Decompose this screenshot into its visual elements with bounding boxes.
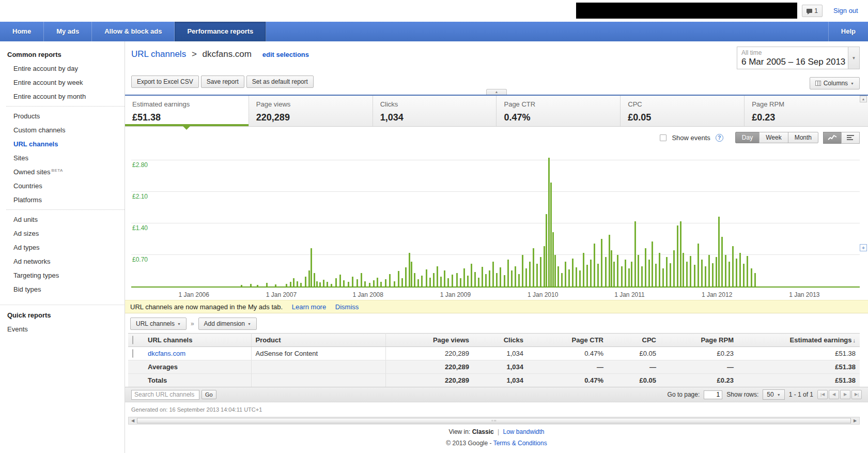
granularity-month-button[interactable]: Month [788, 132, 818, 143]
sidebar-header-quick-reports: Quick reports [0, 308, 125, 322]
low-bandwidth-link[interactable]: Low bandwidth [503, 428, 544, 435]
chart-bar [305, 277, 306, 286]
chart-bar [641, 266, 643, 286]
chart-bar [414, 273, 415, 286]
header-estimated-earnings[interactable]: Estimated earnings↓ [738, 334, 860, 347]
sidebar-item-countries[interactable]: Countries [0, 179, 125, 193]
header-page-ctr[interactable]: Page CTR [528, 334, 608, 347]
export-csv-button[interactable]: Export to Excel CSV [131, 76, 199, 88]
chart-bar [554, 255, 556, 286]
sidebar-item-ad-units[interactable]: Ad units [0, 213, 125, 226]
header-url-channels[interactable]: URL channels [144, 334, 251, 347]
primary-dimension-button[interactable]: URL channels ▼ [130, 318, 187, 330]
granularity-day-button[interactable]: Day [735, 132, 760, 143]
chart-bar [583, 253, 584, 286]
sidebar-item-events[interactable]: Events [0, 322, 125, 336]
granularity-week-button[interactable]: Week [759, 132, 788, 143]
scorecard-estimated-earnings[interactable]: Estimated earnings £51.38 [125, 96, 249, 126]
learn-more-link[interactable]: Learn more [292, 303, 326, 311]
sidebar-item-sites[interactable]: Sites [0, 151, 125, 165]
sidebar-item-platforms[interactable]: Platforms [0, 193, 125, 207]
terms-link[interactable]: Terms & Conditions [493, 440, 547, 447]
sidebar-item-owned-sites[interactable]: Owned sitesBETA [0, 165, 125, 179]
search-input[interactable] [131, 390, 199, 400]
dismiss-link[interactable]: Dismiss [335, 303, 359, 311]
sign-out-link[interactable]: Sign out [833, 7, 858, 14]
scorecards-scroll-up-button[interactable]: ▲ [860, 96, 867, 102]
sidebar-item-bid-types[interactable]: Bid types [0, 282, 125, 296]
edit-selections-link[interactable]: edit selections [262, 51, 309, 58]
y-axis-tick-label: £2.80 [132, 161, 148, 169]
scorecard-page-ctr[interactable]: Page CTR 0.47% [497, 96, 621, 126]
messages-count: 1 [814, 7, 818, 14]
show-events-checkbox[interactable] [660, 134, 667, 141]
sidebar-item-products[interactable]: Products [0, 109, 125, 123]
sidebar-item-url-channels[interactable]: URL channels [0, 137, 125, 151]
chart-bar [725, 255, 726, 286]
date-range-dropdown-button[interactable]: ▼ [848, 47, 859, 69]
search-go-button[interactable]: Go [202, 390, 216, 399]
page-number-input[interactable] [704, 390, 722, 399]
sidebar-item-ad-networks[interactable]: Ad networks [0, 254, 125, 268]
sidebar-item-targeting-types[interactable]: Targeting types [0, 268, 125, 282]
chart-bar [631, 262, 632, 286]
messages-button[interactable]: 1 [802, 5, 823, 17]
chart-bar [417, 279, 419, 286]
sidebar-item-ad-types[interactable]: Ad types [0, 240, 125, 254]
line-chart-type-button[interactable] [823, 132, 842, 144]
rows-per-page-select[interactable]: 50 ▼ [763, 389, 784, 400]
view-classic-label: Classic [472, 428, 494, 435]
columns-button[interactable]: Columns ▼ [810, 77, 860, 89]
scorecard-page-views[interactable]: Page views 220,289 [249, 96, 373, 126]
last-page-button[interactable]: ▶| [851, 390, 862, 399]
sidebar-item-entire-account-by-month[interactable]: Entire account by month [0, 89, 125, 103]
breadcrumb-url-channels-link[interactable]: URL channels [131, 49, 186, 59]
sidebar-item-ad-sizes[interactable]: Ad sizes [0, 226, 125, 240]
select-all-checkbox[interactable] [132, 336, 133, 344]
tab-allow-block-ads[interactable]: Allow & block ads [92, 22, 175, 41]
sidebar-item-entire-account-by-week[interactable]: Entire account by week [0, 76, 125, 89]
next-page-button[interactable]: ▶ [840, 390, 850, 399]
header-page-views[interactable]: Page views [385, 334, 473, 347]
scrollbar-thumb[interactable] [137, 418, 851, 424]
url-channel-link[interactable]: dkcfans.com [148, 350, 185, 357]
header-cpc[interactable]: CPC [608, 334, 660, 347]
set-default-report-button[interactable]: Set as default report [246, 76, 314, 88]
header-page-rpm[interactable]: Page RPM [660, 334, 738, 347]
cell-estimated-earnings: £51.38 [738, 347, 860, 360]
chart-scroll-right-button[interactable]: + [860, 244, 867, 251]
date-range-picker[interactable]: All time 6 Mar 2005 – 16 Sep 2013 ▼ [737, 47, 860, 69]
tab-help[interactable]: Help [828, 22, 868, 41]
tab-performance-reports[interactable]: Performance reports [175, 22, 266, 41]
row-checkbox[interactable] [132, 349, 133, 358]
scroll-right-button[interactable]: ▶ [851, 417, 859, 424]
bar-chart-type-button[interactable] [841, 132, 860, 144]
chart-bar [568, 269, 570, 286]
total-estimated-earnings: £51.38 [738, 374, 860, 387]
chart-bar [648, 260, 650, 286]
chart-bar [429, 278, 431, 286]
chart-bar [293, 278, 295, 286]
tab-home[interactable]: Home [0, 22, 44, 41]
help-icon[interactable]: ? [716, 134, 723, 142]
previous-page-button[interactable]: ◀ [829, 390, 839, 399]
scorecard-cpc[interactable]: CPC £0.05 [621, 96, 745, 126]
header-product[interactable]: Product [251, 334, 385, 347]
total-clicks: 1,034 [473, 374, 528, 387]
y-axis-tick-label: £2.10 [132, 193, 148, 200]
first-page-button[interactable]: |◀ [817, 390, 828, 399]
x-axis-tick-label: 1 Jan 2006 [179, 291, 209, 298]
header-clicks[interactable]: Clicks [473, 334, 528, 347]
redacted-account-info [576, 3, 797, 19]
sidebar-item-custom-channels[interactable]: Custom channels [0, 123, 125, 137]
chart-bar [645, 248, 646, 286]
scrollbar-grip-icon [492, 420, 496, 421]
save-report-button[interactable]: Save report [201, 76, 244, 88]
add-dimension-button[interactable]: Add dimension ▼ [198, 318, 257, 330]
tab-my-ads[interactable]: My ads [44, 22, 92, 41]
sidebar-item-entire-account-by-day[interactable]: Entire account by day [0, 62, 125, 76]
scorecards-collapse-tab[interactable]: ▲ [486, 89, 507, 95]
scorecard-page-rpm[interactable]: Page RPM £0.23 [745, 96, 868, 126]
scroll-left-button[interactable]: ◀ [129, 417, 137, 424]
scorecard-clicks[interactable]: Clicks 1,034 [373, 96, 497, 126]
